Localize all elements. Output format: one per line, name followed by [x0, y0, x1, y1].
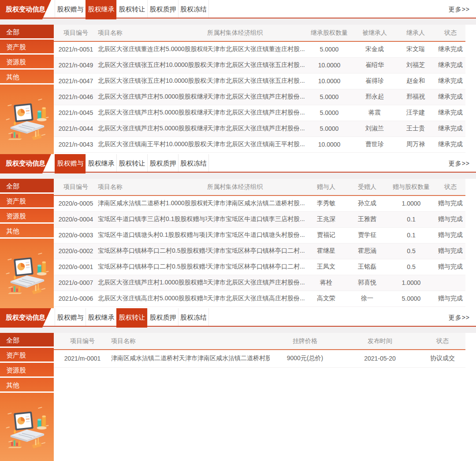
table-cell: 汪学建	[396, 105, 435, 121]
table-cell: 5.0000	[305, 89, 353, 105]
tab-equity-transfer[interactable]: 股权转让	[116, 308, 147, 328]
table-cell: 天津市宝坻区林亭口镇林亭口二村...	[207, 259, 305, 275]
more-link[interactable]: 更多>>	[449, 154, 470, 173]
column-header: 发布时间	[340, 333, 420, 350]
table-cell: 赠与完成	[435, 243, 465, 259]
table-cell: 北辰区大张庄镇芦庄村5.0000股股权继承...	[98, 121, 207, 136]
sidebar-item-all[interactable]: 全部	[0, 25, 54, 40]
table-cell: 2021-05-20	[340, 350, 420, 367]
sidebar-item-asset-shares[interactable]: 资产股	[0, 194, 54, 209]
table-cell: 宝坻区牛道口镇李三店村0.1股股权赠与项目	[98, 211, 207, 227]
tab-equity-freeze[interactable]: 股权冻结	[178, 0, 209, 18]
panel-title-banner: 股权变动信息	[0, 308, 51, 328]
table-row[interactable]: 2021/n-0044北辰区大张庄镇芦庄村5.0000股股权继承...天津市北辰…	[54, 121, 465, 136]
table-cell: 10.0000	[305, 136, 353, 152]
tab-equity-pledge[interactable]: 股权质押	[147, 154, 178, 172]
table-cell: 天津市北辰区大张庄镇芦庄村股份...	[207, 275, 305, 291]
table-cell: 孙立成	[347, 195, 387, 211]
table-row[interactable]: 2020/o-0004宝坻区牛道口镇李三店村0.1股股权赠与项目天津市宝坻区牛道…	[54, 211, 465, 227]
sidebar-item-all[interactable]: 全部	[0, 333, 54, 348]
table-cell: 继承完成	[435, 89, 465, 105]
table-cell: 天津市津南区咸水沽镇二道桥村股...	[207, 195, 305, 211]
sidebar-item-other[interactable]: 其他	[0, 378, 54, 393]
table-cell: 蒋栓	[305, 275, 347, 291]
table-cell: 刘淑兰	[353, 121, 396, 136]
table-cell: 5.0000	[387, 291, 435, 306]
sidebar-item-resource-shares[interactable]: 资源股	[0, 55, 54, 70]
table-row[interactable]: 2021/n-0045北辰区大张庄镇芦庄村5.0000股股权继承...天津市北辰…	[54, 105, 465, 121]
table-cell: 2020/o-0004	[54, 211, 98, 227]
column-header: 项目名称	[98, 179, 207, 195]
tab-equity-freeze[interactable]: 股权冻结	[178, 308, 209, 326]
tab-equity-gift[interactable]: 股权赠与	[55, 308, 86, 326]
table-cell: 王士贵	[396, 121, 435, 136]
table-cell: 高文荣	[305, 291, 347, 306]
column-header: 项目名称	[98, 25, 207, 41]
table-cell: 宝坻区林亭口镇林亭口二村0.5股股权赠与...	[98, 259, 207, 275]
laptop-charts-illustration	[0, 239, 54, 308]
table-row[interactable]: 2021/o-0007北辰区大张庄镇芦庄村1.0000股股权赠与...天津市北辰…	[54, 275, 465, 291]
table-cell: 天津市宝坻区牛道口镇塘头村股份...	[207, 227, 305, 243]
tab-equity-gift[interactable]: 股权赠与	[55, 154, 86, 173]
table-cell: 赠与完成	[435, 259, 465, 275]
table-cell: 赠与完成	[435, 195, 465, 211]
table-cell: 赠与完成	[435, 211, 465, 227]
table-cell: 继承完成	[435, 73, 465, 89]
equity-transfer-panel: 股权变动信息 股权赠与 股权继承 股权转让 股权质押 股权冻结 更多>> 全部 …	[0, 308, 476, 461]
tab-equity-transfer[interactable]: 股权转让	[116, 154, 147, 172]
table-header-row: 项目编号项目名称所属村集体经济组织继承股权数量被继承人继承人状态	[54, 25, 465, 41]
table-cell: 宝坻区牛道口镇塘头村0.1股股权赠与项目	[98, 227, 207, 243]
sidebar-item-asset-shares[interactable]: 资产股	[0, 348, 54, 363]
table-row[interactable]: 2021/n-0051北辰区大张庄镇董连庄村5.0000股股权继...天津市北辰…	[54, 41, 465, 57]
table-cell: 王铭磊	[347, 259, 387, 275]
tab-equity-gift[interactable]: 股权赠与	[55, 0, 86, 18]
table-cell: 北辰区大张庄镇芦庄村5.0000股股权继承...	[98, 105, 207, 121]
table-cell: 协议成交	[420, 350, 465, 367]
more-link[interactable]: 更多>>	[449, 308, 470, 327]
table-header-row: 项目编号项目名称挂牌价格发布时间状态	[54, 333, 465, 350]
tab-equity-freeze[interactable]: 股权冻结	[178, 154, 209, 172]
table-cell: 2021/o-0007	[54, 275, 98, 291]
tab-equity-inheritance[interactable]: 股权继承	[86, 0, 116, 19]
tab-equity-transfer[interactable]: 股权转让	[116, 0, 147, 18]
sidebar-item-other[interactable]: 其他	[0, 70, 54, 85]
table-cell: 蒋震	[353, 105, 396, 121]
table-row[interactable]: 2020/o-0005津南区咸水沽镇二道桥村1.0000股股权赠...天津市津南…	[54, 195, 465, 211]
tab-equity-pledge[interactable]: 股权质押	[147, 308, 178, 326]
panel-title-banner: 股权变动信息	[0, 0, 51, 19]
table-row[interactable]: 2020/o-0003宝坻区牛道口镇塘头村0.1股股权赠与项目天津市宝坻区牛道口…	[54, 227, 465, 243]
tab-equity-inheritance[interactable]: 股权继承	[86, 154, 116, 172]
tab-equity-inheritance[interactable]: 股权继承	[86, 308, 116, 326]
table-cell: 2020/o-0002	[54, 243, 98, 259]
tab-equity-pledge[interactable]: 股权质押	[147, 0, 178, 18]
sidebar-item-all[interactable]: 全部	[0, 179, 54, 194]
sidebar-item-resource-shares[interactable]: 资源股	[0, 209, 54, 224]
table-cell	[435, 275, 465, 291]
table-row[interactable]: 2021/n-0043北辰区大张庄镇南王平村10.0000股股权继...天津市北…	[54, 136, 465, 152]
sidebar-item-resource-shares[interactable]: 资源股	[0, 363, 54, 378]
table-cell: 宋金成	[353, 41, 396, 57]
table-cell: 赵金和	[396, 73, 435, 89]
table-row[interactable]: 2021/n-0047北辰区大张庄镇张五庄村10.0000股股权继...天津市北…	[54, 73, 465, 89]
table-cell: 天津市宝坻区林亭口镇林亭口二村...	[207, 243, 305, 259]
table-row[interactable]: 2020/o-0002宝坻区林亭口镇林亭口二村0.5股股权赠与...天津市宝坻区…	[54, 243, 465, 259]
table-row[interactable]: 2021/m-0001津南区咸水沽镇二道桥村天津市津南区咸水沽镇二道桥村股份经.…	[54, 350, 465, 367]
table-header-row: 项目编号项目名称所属村集体经济组织赠与人受赠人赠与股权数量状态	[54, 179, 465, 195]
table-row[interactable]: 2020/o-0001宝坻区林亭口镇林亭口二村0.5股股权赠与...天津市宝坻区…	[54, 259, 465, 275]
more-link[interactable]: 更多>>	[449, 0, 470, 18]
tab-group: 股权赠与 股权继承 股权转让 股权质押 股权冻结	[55, 308, 209, 326]
column-header: 项目编号	[54, 25, 98, 41]
sidebar-item-other[interactable]: 其他	[0, 224, 54, 239]
inheritance-table-wrap: 项目编号项目名称所属村集体经济组织继承股权数量被继承人继承人状态2021/n-0…	[54, 25, 476, 154]
table-row[interactable]: 2021/n-0046北辰区大张庄镇芦庄村5.0000股股权继承...天津市北辰…	[54, 89, 465, 105]
tab-group: 股权赠与 股权继承 股权转让 股权质押 股权冻结	[55, 154, 209, 172]
sidebar-item-asset-shares[interactable]: 资产股	[0, 40, 54, 55]
table-cell: 2021/n-0046	[54, 89, 98, 105]
table-cell: 赠与完成	[435, 291, 465, 306]
table-cell: 崔绍华	[353, 57, 396, 73]
table-cell: 天津市北辰区大张庄镇董连庄村股...	[207, 41, 305, 57]
column-header: 赠与人	[305, 179, 347, 195]
table-cell: 霍继星	[305, 243, 347, 259]
table-row[interactable]: 2021/o-0006北辰区大张庄镇高庄村5.0000股股权赠与...天津市北辰…	[54, 291, 465, 306]
table-row[interactable]: 2021/n-0049北辰区大张庄镇张五庄村10.0000股股权继...天津市北…	[54, 57, 465, 73]
